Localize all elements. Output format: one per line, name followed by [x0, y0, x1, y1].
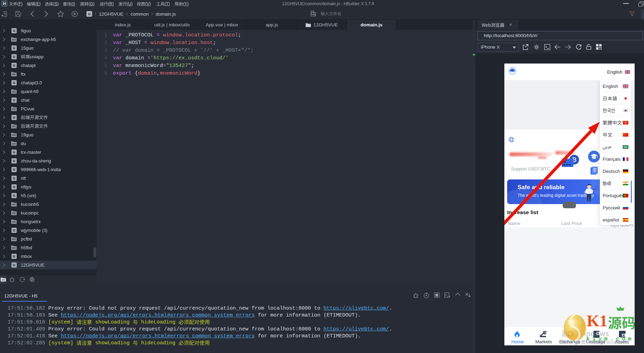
svg-text:H: H: [3, 1, 6, 6]
